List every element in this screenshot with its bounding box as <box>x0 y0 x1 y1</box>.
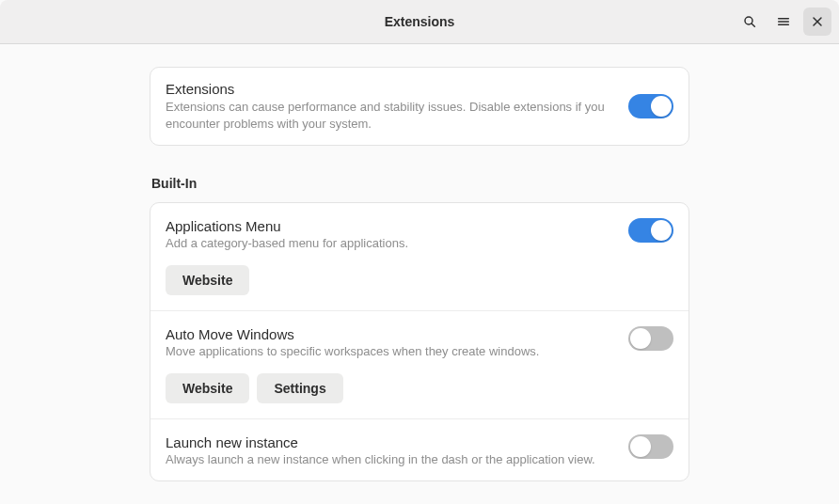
row-header: Launch new instance Always launch a new … <box>166 434 673 468</box>
website-button[interactable]: Website <box>166 265 249 295</box>
extension-description: Always launch a new instance when clicki… <box>166 452 617 468</box>
extension-row-auto-move-windows: Auto Move Windows Move applications to s… <box>150 311 689 419</box>
headerbar-actions <box>736 8 831 36</box>
close-button[interactable] <box>803 8 831 36</box>
website-button[interactable]: Website <box>166 373 249 403</box>
content-area: Extensions Extensions can cause performa… <box>0 44 839 504</box>
search-icon <box>742 14 757 29</box>
global-card-text: Extensions Extensions can cause performa… <box>166 81 617 132</box>
toggle-slider <box>630 328 651 349</box>
window-title: Extensions <box>385 14 455 29</box>
global-extensions-card: Extensions Extensions can cause performa… <box>150 67 689 146</box>
row-info: Applications Menu Add a category-based m… <box>166 218 617 252</box>
extension-description: Add a category-based menu for applicatio… <box>166 236 617 252</box>
global-extensions-toggle[interactable] <box>628 94 673 118</box>
menu-button[interactable] <box>769 8 798 36</box>
row-header: Auto Move Windows Move applications to s… <box>166 326 673 360</box>
hamburger-icon <box>776 14 791 29</box>
search-button[interactable] <box>736 8 764 36</box>
settings-button[interactable]: Settings <box>257 373 342 403</box>
extension-row-launch-new-instance: Launch new instance Always launch a new … <box>150 419 689 481</box>
extension-toggle[interactable] <box>628 434 673 459</box>
row-info: Launch new instance Always launch a new … <box>166 434 617 468</box>
extension-name: Launch new instance <box>166 434 617 450</box>
headerbar: Extensions <box>0 0 839 44</box>
toggle-slider <box>651 220 672 241</box>
row-actions: Website Settings <box>166 373 673 403</box>
svg-line-1 <box>752 24 754 26</box>
extension-description: Move applications to specific workspaces… <box>166 344 617 360</box>
row-actions: Website <box>166 265 673 295</box>
extension-row-applications-menu: Applications Menu Add a category-based m… <box>150 203 689 311</box>
extension-toggle[interactable] <box>628 326 673 351</box>
global-card-description: Extensions can cause performance and sta… <box>166 99 617 132</box>
extension-toggle[interactable] <box>628 218 673 243</box>
row-header: Applications Menu Add a category-based m… <box>166 218 673 252</box>
extension-name: Applications Menu <box>166 218 617 234</box>
toggle-slider <box>651 96 672 117</box>
extension-name: Auto Move Windows <box>166 326 617 342</box>
section-label-builtin: Built-In <box>150 176 689 191</box>
global-card-title: Extensions <box>166 81 617 97</box>
row-info: Auto Move Windows Move applications to s… <box>166 326 617 360</box>
toggle-slider <box>630 436 651 457</box>
builtin-extensions-list: Applications Menu Add a category-based m… <box>150 202 689 481</box>
close-icon <box>810 14 825 29</box>
